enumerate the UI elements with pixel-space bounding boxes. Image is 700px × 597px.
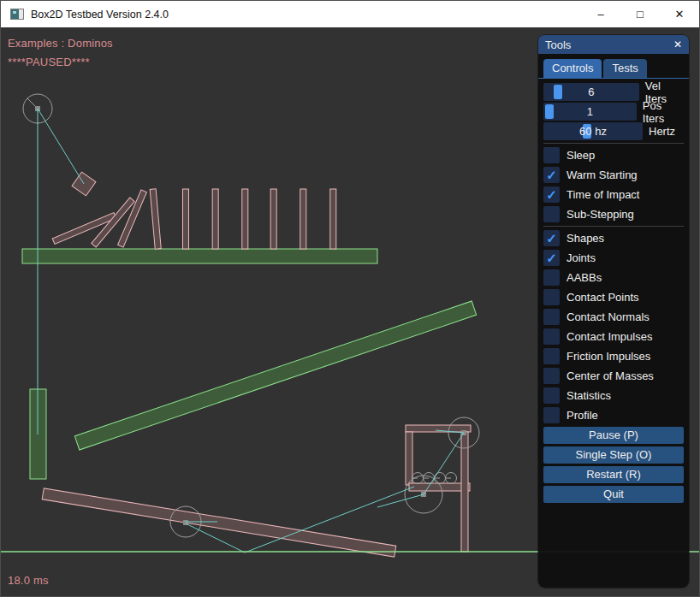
checkbox-center-of-masses[interactable] (543, 368, 560, 384)
slider-row-pos-iters: 1Pos Iters (543, 103, 684, 121)
quit-button[interactable]: Quit (543, 486, 684, 503)
slider-hertz[interactable]: 60 hz (543, 122, 643, 140)
checkbox-label-sub-stepping: Sub-Stepping (567, 208, 634, 221)
checkbox-row-shapes: ✓Shapes (543, 229, 684, 247)
checkbox-label-time-of-impact: Time of Impact (567, 188, 639, 201)
slider-pos-iters[interactable]: 1 (543, 103, 637, 121)
tab-tests[interactable]: Tests (603, 59, 646, 78)
checkbox-row-friction-impulses: Friction Impulses (543, 347, 684, 365)
checkbox-row-center-of-masses: Center of Masses (543, 367, 684, 385)
checkbox-label-statistics: Statistics (567, 389, 611, 402)
fallen-dominoes (52, 190, 146, 247)
pause-p-button[interactable]: Pause (P) (543, 427, 684, 444)
checkbox-friction-impulses[interactable] (543, 348, 560, 364)
check-mark-icon: ✓ (546, 231, 557, 246)
frame-time-label: 18.0 ms (8, 574, 49, 587)
checkbox-row-profile: Profile (543, 406, 684, 424)
checkbox-label-center-of-masses: Center of Masses (567, 369, 654, 382)
app-icon (10, 9, 24, 20)
paused-status-label: ****PAUSED**** (8, 56, 90, 68)
tools-panel: Tools ✕ ControlsTests 6Vel Iters1Pos Ite… (538, 35, 689, 588)
checkbox-row-joints: ✓Joints (543, 249, 684, 267)
checkbox-label-warm-starting: Warm Starting (567, 168, 638, 181)
slider-row-hertz: 60 hzHertz (543, 122, 684, 140)
tools-panel-titlebar[interactable]: Tools ✕ (538, 35, 689, 54)
checkbox-row-sub-stepping: Sub-Stepping (543, 205, 684, 223)
close-button[interactable]: ✕ (660, 1, 699, 27)
checkbox-row-contact-normals: Contact Normals (543, 308, 684, 326)
slider-vel-iters[interactable]: 6 (543, 83, 639, 101)
checkbox-statistics[interactable] (543, 387, 560, 404)
restart-r-button[interactable]: Restart (R) (543, 466, 684, 483)
checkbox-contact-normals[interactable] (543, 309, 560, 325)
checkbox-contact-impulses[interactable] (543, 328, 560, 345)
slider-label-hertz: Hertz (649, 125, 675, 138)
standing-dominoes (150, 189, 336, 249)
checkbox-label-contact-points: Contact Points (567, 291, 639, 304)
checkbox-joints[interactable]: ✓ (543, 250, 560, 266)
checkbox-row-contact-points: Contact Points (543, 288, 684, 306)
checkbox-label-friction-impulses: Friction Impulses (567, 350, 650, 363)
slider-value-pos-iters: 1 (543, 103, 637, 121)
checkbox-contact-points[interactable] (543, 289, 560, 305)
panel-tabs: ControlsTests (538, 54, 689, 79)
checkbox-row-warm-starting: ✓Warm Starting (543, 166, 684, 184)
checkbox-warm-starting[interactable]: ✓ (543, 167, 560, 183)
checkbox-label-profile: Profile (567, 409, 598, 422)
separator (543, 143, 684, 144)
checkbox-row-time-of-impact: ✓Time of Impact (543, 186, 684, 204)
checkbox-label-sleep: Sleep (567, 149, 595, 162)
maximize-button[interactable]: □ (620, 1, 660, 27)
example-title-label: Examples : Dominos (8, 37, 113, 50)
slider-label-pos-iters: Pos Iters (643, 99, 684, 125)
check-mark-icon: ✓ (546, 251, 557, 266)
tools-panel-title: Tools (545, 38, 571, 51)
seesaw-plank (42, 488, 396, 557)
checkbox-row-contact-impulses: Contact Impulses (543, 328, 684, 346)
checkbox-label-contact-normals: Contact Normals (567, 310, 650, 323)
checkbox-row-statistics: Statistics (543, 387, 684, 405)
checkbox-aabbs[interactable] (543, 269, 560, 286)
checkbox-label-shapes: Shapes (567, 232, 604, 245)
checkbox-sleep[interactable] (543, 147, 560, 163)
checkbox-label-joints: Joints (567, 251, 596, 264)
cart-frame (406, 425, 471, 552)
checkbox-label-contact-impulses: Contact Impulses (567, 330, 652, 343)
checkbox-sub-stepping[interactable] (543, 206, 560, 222)
single-step-o-button[interactable]: Single Step (O) (543, 446, 684, 464)
panel-body: 6Vel Iters1Pos Iters60 hzHertzSleep✓Warm… (538, 79, 689, 503)
checkbox-row-aabbs: AABBs (543, 269, 684, 287)
tab-controls[interactable]: Controls (543, 59, 602, 78)
separator (543, 226, 684, 227)
minimize-button[interactable]: – (581, 1, 620, 27)
check-mark-icon: ✓ (546, 168, 557, 183)
slider-value-vel-iters: 6 (543, 83, 639, 101)
checkbox-profile[interactable] (543, 407, 560, 423)
shelf-platform (22, 249, 377, 263)
window-title: Box2D Testbed Version 2.4.0 (31, 9, 169, 21)
checkbox-row-sleep: Sleep (543, 146, 684, 164)
panel-close-icon[interactable]: ✕ (673, 39, 682, 50)
checkbox-label-aabbs: AABBs (567, 271, 602, 284)
checkbox-time-of-impact[interactable]: ✓ (543, 186, 560, 203)
slider-value-hertz: 60 hz (543, 122, 643, 140)
check-mark-icon: ✓ (546, 187, 557, 203)
checkbox-shapes[interactable]: ✓ (543, 230, 560, 246)
window-titlebar[interactable]: Box2D Testbed Version 2.4.0 – □ ✕ (1, 1, 699, 27)
